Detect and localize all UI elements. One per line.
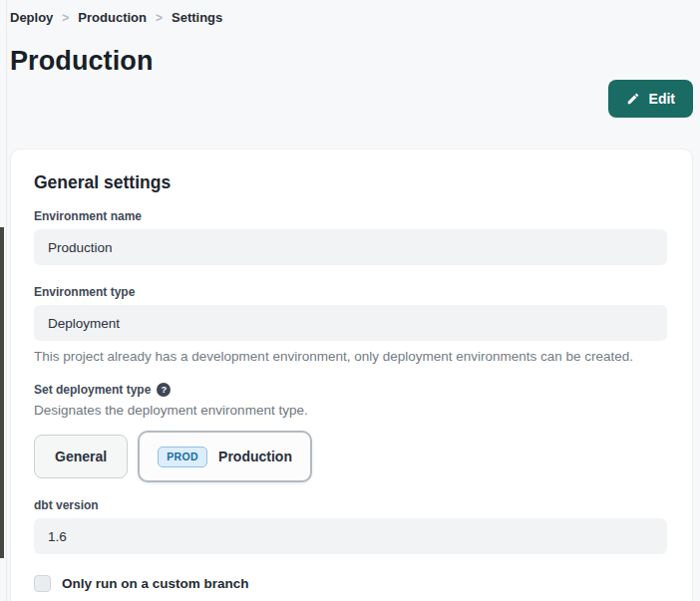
deployment-type-label: Set deployment type ? [34,383,667,397]
environment-type-group: Environment type Deployment This project… [34,285,667,365]
environment-type-input[interactable]: Deployment [34,305,667,341]
custom-branch-label: Only run on a custom branch [62,576,249,591]
prod-badge: PROD [158,447,207,467]
deployment-type-label-text: Set deployment type [34,383,151,397]
edit-button-label: Edit [649,91,675,107]
dbt-version-input[interactable]: 1.6 [34,518,667,554]
dbt-version-value: 1.6 [48,529,67,544]
breadcrumb-settings[interactable]: Settings [172,10,222,25]
custom-branch-checkbox[interactable] [34,575,51,592]
screen-edge-artifact [0,227,4,558]
environment-name-value: Production [48,240,113,255]
deployment-type-description: Designates the deployment environment ty… [34,403,667,419]
settings-page: Deploy > Production > Settings Productio… [0,0,700,601]
toolbar: Edit [10,80,693,118]
deployment-type-group: Set deployment type ? Designates the dep… [34,383,667,482]
left-panel-divider [6,0,7,601]
card-heading: General settings [34,169,667,195]
dbt-version-group: dbt version 1.6 [34,498,667,554]
deployment-type-options: General PROD Production [34,431,667,482]
environment-name-group: Environment name Production [34,209,667,265]
deployment-type-option-production[interactable]: PROD Production [138,431,312,482]
breadcrumb-deploy[interactable]: Deploy [10,10,53,25]
breadcrumb: Deploy > Production > Settings [10,10,693,25]
environment-name-input[interactable]: Production [34,229,667,265]
edit-button[interactable]: Edit [608,80,693,118]
general-settings-card: General settings Environment name Produc… [10,149,693,601]
dbt-version-label: dbt version [34,498,667,512]
environment-name-label: Environment name [34,209,667,223]
chevron-right-icon: > [62,11,69,25]
environment-type-label: Environment type [34,285,667,299]
breadcrumb-production[interactable]: Production [78,10,147,25]
option-production-label: Production [218,449,292,464]
option-general-label: General [55,449,107,464]
pencil-icon [626,92,640,106]
custom-branch-row: Only run on a custom branch [34,575,667,592]
environment-type-value: Deployment [48,316,120,331]
environment-type-helper: This project already has a development e… [34,349,667,365]
chevron-right-icon: > [156,11,163,25]
deployment-type-option-general[interactable]: General [34,435,128,478]
question-mark-circle-icon[interactable]: ? [157,383,171,397]
page-title: Production [10,45,693,77]
